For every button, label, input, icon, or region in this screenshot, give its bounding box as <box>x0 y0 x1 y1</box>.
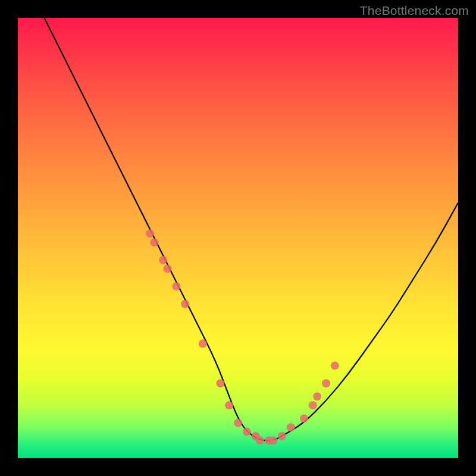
curve-marker <box>278 432 286 440</box>
curve-marker <box>164 265 172 273</box>
curve-marker <box>172 282 180 290</box>
curve-marker <box>146 230 154 238</box>
curve-marker <box>300 414 308 422</box>
curve-marker <box>309 401 317 409</box>
curve-marker <box>181 300 189 308</box>
curve-markers <box>146 230 339 445</box>
bottleneck-curve-line <box>44 18 458 440</box>
curve-marker <box>234 419 242 427</box>
chart-plot-area <box>18 18 458 458</box>
curve-marker <box>322 379 330 387</box>
curve-marker <box>225 401 233 409</box>
curve-marker <box>256 436 264 444</box>
curve-marker <box>331 362 339 370</box>
curve-marker <box>313 392 321 400</box>
curve-marker <box>159 256 167 264</box>
curve-marker <box>199 340 207 348</box>
curve-marker <box>150 238 158 246</box>
watermark-text: TheBottleneck.com <box>360 4 469 18</box>
curve-marker <box>243 428 251 436</box>
curve-marker <box>216 379 224 387</box>
curve-marker <box>269 436 277 444</box>
bottleneck-chart <box>18 18 458 458</box>
curve-marker <box>287 423 295 431</box>
